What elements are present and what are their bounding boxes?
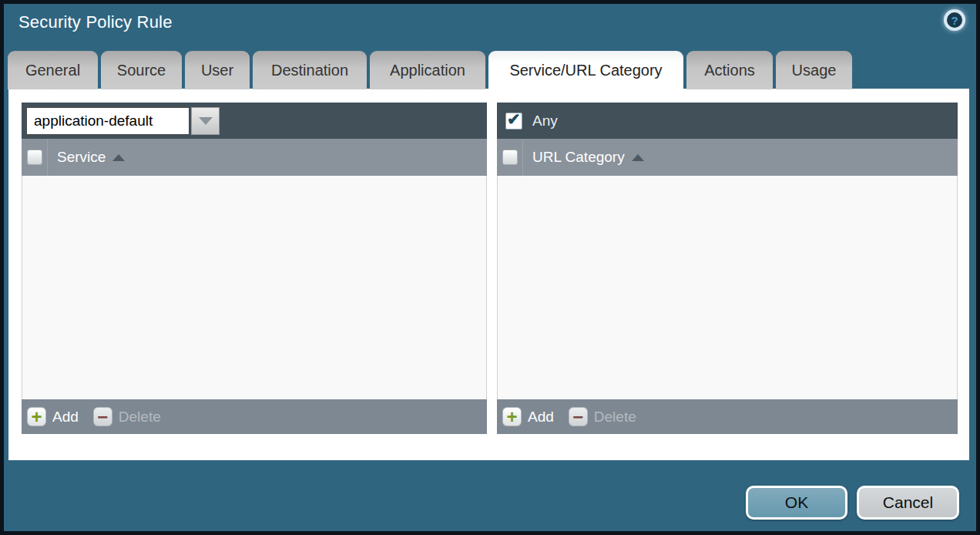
sort-ascending-icon[interactable] [112,154,125,161]
sort-ascending-icon[interactable] [632,154,644,161]
service-toolbar: application-default [22,103,487,139]
service-select-all-cell [22,139,48,176]
url-category-column-label[interactable]: URL Category [532,149,625,166]
service-add-label: Add [52,409,79,426]
url-category-select-all-checkbox[interactable] [502,150,518,165]
service-column-header-row: Service [22,139,487,176]
service-type-dropdown-value[interactable]: application-default [26,107,190,135]
service-select-all-checkbox[interactable] [27,150,42,165]
url-category-delete-label: Delete [594,409,636,426]
service-panel: application-default Service + Add [22,103,487,434]
tab-actions[interactable]: Actions [686,51,773,89]
url-category-footer: + Add − Delete [497,399,958,434]
security-policy-rule-dialog: Security Policy Rule ? General Source Us… [4,4,976,531]
tab-user[interactable]: User [185,51,250,89]
url-category-select-all-cell [497,139,523,176]
service-footer: + Add − Delete [22,399,487,434]
chevron-down-icon [199,117,213,125]
tab-general[interactable]: General [8,51,98,89]
service-column-label[interactable]: Service [57,149,106,166]
delete-minus-icon: − [569,407,588,426]
url-category-add-label: Add [528,409,554,426]
add-plus-icon: + [502,407,522,426]
tab-source[interactable]: Source [101,51,182,89]
service-delete-button[interactable]: − Delete [93,407,161,426]
service-list-body[interactable] [22,176,487,399]
add-plus-icon: + [27,407,46,426]
dialog-title: Security Policy Rule [18,12,173,32]
tab-usage[interactable]: Usage [776,51,852,89]
help-icon[interactable]: ? [944,9,965,31]
ok-button[interactable]: OK [746,486,847,520]
tab-application[interactable]: Application [370,51,485,89]
tab-service-url-category[interactable]: Service/URL Category [488,51,683,89]
service-delete-label: Delete [119,409,161,426]
tab-destination[interactable]: Destination [253,51,367,89]
service-type-dropdown[interactable]: application-default [26,107,220,135]
url-category-add-button[interactable]: + Add [502,407,554,426]
cancel-button[interactable]: Cancel [857,486,959,520]
any-checkbox-label: Any [532,113,558,130]
url-category-delete-button[interactable]: − Delete [569,407,636,426]
url-category-column-header-row: URL Category [497,139,958,176]
any-checkbox-row: Any [505,113,558,130]
service-type-dropdown-button[interactable] [191,107,220,135]
any-checkbox[interactable] [505,113,522,130]
url-category-list-body[interactable] [497,176,958,399]
delete-minus-icon: − [93,407,112,426]
tab-bar: General Source User Destination Applicat… [8,51,852,89]
url-category-toolbar: Any [497,103,958,139]
tab-content-area: application-default Service + Add [8,89,969,460]
help-question-glyph: ? [947,12,962,28]
service-add-button[interactable]: + Add [27,407,79,426]
url-category-panel: Any URL Category + Add − Delete [497,103,958,434]
